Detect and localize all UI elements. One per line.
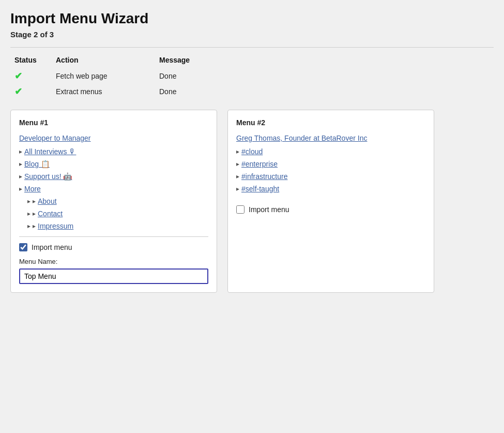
menu1-item-impressum[interactable]: Impressum [38,222,73,230]
message-1: Done [155,68,494,84]
arrow-icon: ▸ [19,148,22,155]
status-check-2: ✔ [14,86,22,97]
menu-card-2: Menu #2 Greg Thomas, Founder at BetaRove… [227,110,434,293]
menu1-divider [19,236,208,237]
menu2-item-self-taught[interactable]: #self-taught [241,185,279,193]
arrow-icon: ▸ [19,185,22,192]
menu1-name-input[interactable] [19,268,208,284]
menu1-item-contact[interactable]: Contact [38,210,63,218]
arrow-icon: ▸ [19,160,22,168]
menu1-import-row: Import menu [19,243,208,251]
action-1: Fetch web page [52,68,155,84]
list-item: ▸ ▸ Contact [27,210,208,218]
menu2-item-infrastructure[interactable]: #infrastructure [241,172,287,181]
menu1-main-link[interactable]: Developer to Manager [19,134,208,142]
menu1-item-interviews[interactable]: All Interviews 🎙 [24,147,76,156]
menu-card-1: Menu #1 Developer to Manager ▸ All Inter… [10,110,217,293]
sub-arrow-icon: ▸ [33,210,36,217]
menu2-item-cloud[interactable]: #cloud [241,147,263,156]
list-item: ▸ ▸ About [27,197,208,205]
list-item: ▸ #enterprise [236,160,425,168]
menu1-item-support[interactable]: Support us! 🤖 [24,172,72,181]
arrow-icon: ▸ [27,210,30,217]
list-item: ▸ #cloud [236,147,425,156]
menu1-item-blog[interactable]: Blog 📋 [24,160,50,168]
col-action: Action [52,54,155,68]
menus-container: Menu #1 Developer to Manager ▸ All Inter… [10,110,494,293]
status-table: Status Action Message ✔ Fetch web page D… [10,54,494,99]
arrow-icon: ▸ [236,173,239,180]
list-item: ▸ Blog 📋 [19,160,208,168]
sub-arrow-icon: ▸ [33,222,36,230]
page-subtitle: Stage 2 of 3 [10,30,494,39]
table-row: ✔ Fetch web page Done [10,68,494,84]
menu2-main-link[interactable]: Greg Thomas, Founder at BetaRover Inc [236,134,425,142]
menu1-item-about[interactable]: About [38,197,57,205]
menu2-import-checkbox[interactable] [236,205,245,214]
list-item: ▸ ▸ Impressum [27,222,208,230]
message-2: Done [155,84,494,99]
arrow-icon: ▸ [27,198,30,205]
list-item: ▸ #infrastructure [236,172,425,181]
arrow-icon: ▸ [236,148,239,155]
col-message: Message [155,54,494,68]
action-2: Extract menus [52,84,155,99]
menu2-item-enterprise[interactable]: #enterprise [241,160,278,168]
menu1-import-checkbox[interactable] [19,243,27,251]
page-title: Import Menu Wizard [10,10,494,27]
menu1-title: Menu #1 [19,118,208,127]
menu1-item-more[interactable]: More [24,185,41,193]
arrow-icon: ▸ [19,173,22,180]
menu2-import-row: Import menu [236,205,425,214]
list-item: ▸ Support us! 🤖 [19,172,208,181]
arrow-icon: ▸ [27,222,30,230]
status-check-1: ✔ [14,71,22,81]
sub-arrow-icon: ▸ [33,198,36,205]
header-divider [10,47,494,48]
arrow-icon: ▸ [236,160,239,168]
arrow-icon: ▸ [236,185,239,192]
col-status: Status [10,54,52,68]
table-row: ✔ Extract menus Done [10,84,494,99]
menu2-import-label: Import menu [249,205,289,214]
menu1-name-label: Menu Name: [19,258,208,265]
menu2-title: Menu #2 [236,118,425,127]
menu1-import-label: Import menu [32,243,72,251]
list-item: ▸ More [19,185,208,193]
list-item: ▸ #self-taught [236,185,425,193]
list-item: ▸ All Interviews 🎙 [19,147,208,156]
